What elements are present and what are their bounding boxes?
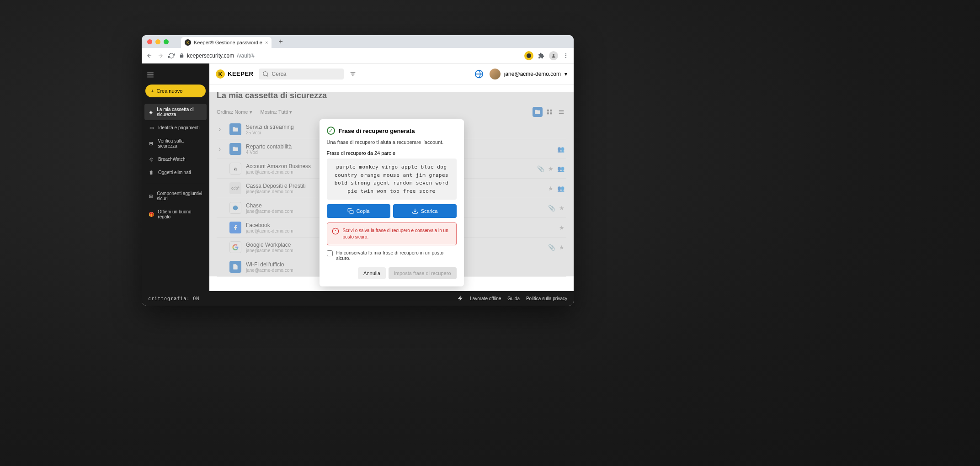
app-body: + Crea nuovo ◈La mia cassetta di sicurez… — [142, 64, 574, 291]
svg-point-4 — [565, 57, 566, 58]
user-email: jane@acme-demo.com — [504, 71, 561, 77]
cancel-button[interactable]: Annulla — [358, 267, 386, 279]
forward-button[interactable] — [157, 53, 164, 59]
browser-window: K Keeper® Gestione password e × + keeper… — [142, 35, 574, 306]
trash-icon: 🗑 — [148, 170, 154, 175]
warning-icon — [332, 228, 339, 240]
reload-button[interactable] — [168, 53, 175, 59]
set-phrase-button[interactable]: Imposta frase di recupero — [389, 267, 457, 279]
crypto-status: crittografia: ON — [148, 296, 199, 301]
search-icon — [262, 71, 269, 77]
help-link[interactable]: Guida — [507, 296, 520, 301]
shield-icon: ⛨ — [148, 141, 154, 146]
tab-favicon-icon: K — [185, 39, 191, 46]
download-button[interactable]: Scarica — [393, 204, 457, 218]
address-bar: keepersecurity.com/vault/# — [142, 48, 574, 64]
hamburger-icon[interactable] — [144, 69, 207, 81]
breachwatch-icon: ◎ — [148, 157, 154, 162]
chevron-down-icon: ▾ — [565, 71, 567, 77]
copy-icon — [347, 208, 354, 214]
sidebar-item-trash[interactable]: 🗑Oggetti eliminati — [144, 167, 207, 178]
sidebar: + Crea nuovo ◈La mia cassetta di sicurez… — [142, 64, 209, 291]
close-window-button[interactable] — [147, 39, 152, 44]
phrase-label: Frase di recupero da 24 parole — [327, 150, 457, 156]
kebab-menu-icon[interactable] — [563, 53, 569, 59]
confirm-checkbox-row[interactable]: Ho conservato la mia frase di recupero i… — [327, 250, 457, 261]
lock-icon — [179, 53, 184, 58]
check-circle-icon: ✓ — [327, 127, 335, 135]
sidebar-item-breachwatch[interactable]: ◎BreachWatch — [144, 154, 207, 165]
download-icon — [412, 208, 418, 214]
recovery-phrase-modal: ✓ Frase di recupero generata Una frase d… — [320, 119, 464, 286]
tab-close-icon[interactable]: × — [265, 40, 268, 45]
modal-button-row: Copia Scarica — [327, 204, 457, 218]
copy-button[interactable]: Copia — [327, 204, 390, 218]
svg-point-1 — [553, 54, 554, 56]
bolt-icon — [457, 295, 463, 302]
offline-link[interactable]: Lavorate offline — [470, 296, 501, 301]
svg-point-0 — [527, 53, 531, 58]
keeper-extension-icon[interactable] — [524, 51, 533, 60]
vault-icon: ◈ — [148, 110, 153, 115]
svg-point-5 — [263, 71, 267, 75]
svg-rect-12 — [350, 211, 353, 214]
modal-description: Una frase di recupero ti aiuta a recuper… — [327, 139, 457, 145]
minimize-window-button[interactable] — [155, 39, 160, 44]
url-path: /vault/# — [237, 53, 255, 59]
recovery-phrase-box: purple monkey virgo apple blue dog count… — [327, 159, 457, 200]
warning-box: Scrivi o salva la frase di recupero e co… — [327, 222, 457, 245]
maximize-window-button[interactable] — [164, 39, 169, 44]
back-button[interactable] — [146, 53, 153, 59]
gift-icon: 🎁 — [148, 212, 154, 217]
window-controls — [147, 39, 169, 44]
profile-icon[interactable] — [549, 51, 558, 60]
user-menu[interactable]: jane@acme-demo.com ▾ — [490, 69, 567, 79]
card-icon: ▭ — [148, 125, 154, 130]
sync-icon[interactable] — [474, 69, 484, 79]
modal-actions: Annulla Imposta frase di recupero — [327, 267, 457, 279]
svg-point-3 — [565, 55, 566, 56]
create-label: Crea nuovo — [156, 88, 182, 94]
new-tab-button[interactable]: + — [278, 37, 282, 46]
modal-header: ✓ Frase di recupero generata — [327, 127, 457, 135]
sidebar-divider — [146, 183, 205, 183]
confirm-checkbox[interactable] — [327, 250, 333, 256]
warning-text: Scrivi o salva la frase di recupero e co… — [343, 228, 452, 240]
avatar — [490, 69, 501, 79]
logo-text: KEEPER — [228, 70, 253, 77]
search-input[interactable] — [272, 71, 340, 77]
create-new-button[interactable]: + Crea nuovo — [145, 85, 206, 97]
url-domain: keepersecurity.com — [187, 53, 234, 59]
sidebar-item-vault[interactable]: ◈La mia cassetta di sicurezza — [144, 104, 207, 120]
sidebar-item-identity[interactable]: ▭Identità e pagamenti — [144, 122, 207, 133]
app-topbar: K KEEPER jane@acme-demo.com ▾ — [209, 64, 574, 85]
privacy-link[interactable]: Politica sulla privacy — [526, 296, 567, 301]
app-logo: K KEEPER — [216, 69, 253, 79]
sidebar-item-addons[interactable]: ⊞Componenti aggiuntivi sicuri — [144, 188, 207, 204]
checkbox-label: Ho conservato la mia frase di recupero i… — [336, 250, 457, 261]
plus-icon: + — [151, 88, 154, 94]
browser-tabstrip: K Keeper® Gestione password e × + — [142, 35, 574, 48]
url-field[interactable]: keepersecurity.com/vault/# — [179, 53, 520, 59]
app-footer: crittografia: ON Lavorate offline Guida … — [142, 291, 574, 306]
sidebar-item-gift[interactable]: 🎁Ottieni un buono regalo — [144, 206, 207, 222]
browser-tab[interactable]: K Keeper® Gestione password e × — [181, 37, 272, 48]
modal-overlay: ✓ Frase di recupero generata Una frase d… — [209, 92, 574, 276]
svg-point-2 — [565, 53, 566, 54]
modal-title: Frase di recupero generata — [339, 127, 415, 134]
sidebar-item-security[interactable]: ⛨Verifica sulla sicurezza — [144, 135, 207, 152]
tab-title: Keeper® Gestione password e — [194, 40, 262, 45]
extension-icons — [524, 51, 569, 60]
logo-icon: K — [216, 69, 225, 79]
extensions-icon[interactable] — [538, 53, 544, 59]
grid-icon: ⊞ — [148, 194, 153, 199]
search-box[interactable] — [259, 69, 344, 79]
filter-icon[interactable] — [349, 70, 357, 78]
